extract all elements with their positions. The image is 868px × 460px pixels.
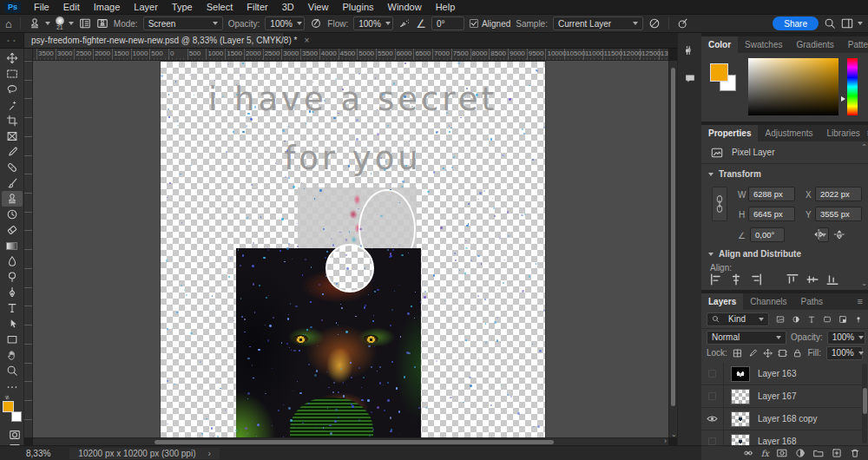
layer-visibility-toggle[interactable] <box>701 385 724 407</box>
tool-move[interactable] <box>2 50 23 66</box>
vscroll-thumb[interactable] <box>671 68 675 406</box>
menu-layer[interactable]: Layer <box>127 0 165 15</box>
new-layer-icon[interactable] <box>832 448 842 458</box>
tool-rectangle[interactable] <box>2 332 23 347</box>
foreground-color-swatch[interactable] <box>3 401 14 412</box>
menu-plugins[interactable]: Plugins <box>335 0 380 15</box>
canvas-pasteboard[interactable]: i have a secret for you <box>33 61 668 437</box>
home-icon[interactable]: ⌂ <box>5 18 12 30</box>
filter-adjustment-layers-icon[interactable] <box>792 313 800 325</box>
ruler-corner[interactable] <box>24 49 33 61</box>
transform-section-header[interactable]: Transform <box>708 169 761 179</box>
filter-type-layers-icon[interactable] <box>807 313 816 325</box>
new-group-folder-icon[interactable] <box>813 448 824 458</box>
tab-adjustments[interactable]: Adjustments <box>758 125 819 141</box>
menu-help[interactable]: Help <box>429 0 463 15</box>
add-layer-mask-icon[interactable] <box>777 448 787 458</box>
width-field[interactable]: 6288 px <box>748 187 795 201</box>
properties-scrollbar[interactable]: ⌃ ⌄ <box>860 143 867 287</box>
flow-select[interactable]: 100% <box>353 16 393 30</box>
tab-gradients[interactable]: Gradients <box>789 36 840 53</box>
flip-horizontal-icon[interactable] <box>812 228 825 240</box>
sample-select[interactable]: Current Layer <box>553 16 643 30</box>
tool-pen[interactable] <box>2 285 23 300</box>
tool-eyedropper[interactable] <box>2 144 23 160</box>
align-horizontal-centers-icon[interactable] <box>730 273 742 286</box>
menu-edit[interactable]: Edit <box>56 0 87 15</box>
delete-layer-trash-icon[interactable] <box>850 448 860 458</box>
align-right-edges-icon[interactable] <box>750 273 762 286</box>
document-info[interactable]: 10200 px x 10200 px (300 ppi) › <box>69 448 219 459</box>
layer-row[interactable]: Layer 163 <box>701 363 863 385</box>
tool-gradient[interactable] <box>2 238 23 253</box>
tool-lasso[interactable] <box>2 82 23 97</box>
aligned-checkbox[interactable]: Aligned <box>470 19 510 29</box>
opacity-select[interactable]: 100% <box>265 16 305 30</box>
lock-artboard-icon[interactable] <box>778 347 787 359</box>
tool-hand[interactable] <box>2 347 23 363</box>
flip-vertical-icon[interactable] <box>833 228 845 240</box>
scroll-right-arrow[interactable]: › <box>664 437 667 445</box>
tool-blur[interactable] <box>2 253 23 269</box>
vertical-ruler[interactable] <box>24 61 33 437</box>
layers-scroll-thumb[interactable] <box>863 388 867 414</box>
horizontal-scrollbar[interactable]: › <box>33 437 668 445</box>
lock-transparent-pixels-icon[interactable] <box>733 347 742 359</box>
layer-row[interactable]: Layer 168 <box>701 430 863 445</box>
new-adjustment-layer-icon[interactable] <box>795 448 806 458</box>
tool-eraser[interactable] <box>2 222 23 238</box>
layer-visibility-toggle[interactable] <box>701 408 724 430</box>
panel-menu-icon[interactable]: ≡ <box>858 293 868 310</box>
layer-row[interactable]: Layer 167 <box>701 385 863 408</box>
link-dimensions-icon[interactable] <box>712 187 727 221</box>
height-field[interactable]: 6645 px <box>748 207 795 221</box>
menu-filter[interactable]: Filter <box>240 0 274 15</box>
vertical-scrollbar[interactable]: ⌄ <box>668 61 677 437</box>
layers-scrollbar[interactable]: ⌄ <box>862 364 867 444</box>
filter-kind-select[interactable]: Kind <box>707 312 769 326</box>
mode-select[interactable]: Screen <box>143 16 223 30</box>
menu-3d[interactable]: 3D <box>275 0 301 15</box>
tool-quick-selection[interactable] <box>2 97 23 113</box>
tab-layers[interactable]: Layers <box>701 293 743 310</box>
tab-color[interactable]: Color <box>701 36 738 53</box>
tool-zoom[interactable] <box>2 363 23 378</box>
align-vertical-centers-icon[interactable] <box>806 273 819 286</box>
align-bottom-edges-icon[interactable] <box>826 273 838 286</box>
link-layers-icon[interactable] <box>743 448 753 458</box>
filter-pin-icon[interactable] <box>854 313 863 325</box>
background-color-swatch[interactable] <box>11 411 22 422</box>
pressure-opacity-icon[interactable] <box>310 17 322 30</box>
tab-properties[interactable]: Properties <box>701 125 758 141</box>
layer-row[interactable]: Layer 168 copy <box>701 408 863 430</box>
close-tab-icon[interactable]: × <box>304 36 309 45</box>
tool-brush[interactable] <box>2 175 23 191</box>
tab-patterns[interactable]: Patterns <box>841 36 868 53</box>
share-button[interactable]: Share <box>773 16 819 30</box>
tool-path-selection[interactable] <box>2 316 23 332</box>
tool-history-brush[interactable] <box>2 207 23 222</box>
lock-position-icon[interactable] <box>763 347 773 359</box>
toggle-brush-settings-icon[interactable] <box>79 17 91 30</box>
toggle-clone-source-icon[interactable] <box>96 17 108 30</box>
foreground-color-swatch[interactable] <box>710 63 728 82</box>
edit-toolbar-ellipsis[interactable] <box>0 379 24 395</box>
current-tool-preset[interactable] <box>29 17 50 30</box>
lock-image-pixels-icon[interactable] <box>747 347 757 359</box>
horizontal-ruler[interactable]: 3500300025002000150010005000500100015002… <box>33 49 668 61</box>
tool-clone-stamp[interactable] <box>2 191 23 207</box>
tool-type[interactable] <box>2 300 23 316</box>
scroll-up-arrow[interactable]: ⌃ <box>861 143 867 151</box>
hue-slider[interactable] <box>847 58 858 115</box>
menu-select[interactable]: Select <box>200 0 240 15</box>
scroll-down-arrow[interactable]: ⌄ <box>671 430 677 438</box>
lock-all-icon[interactable] <box>792 347 802 359</box>
collapsed-comments-panel-icon[interactable] <box>678 68 702 89</box>
layer-visibility-toggle[interactable] <box>701 363 724 384</box>
document-tab[interactable]: psy-freedom-fighter-new-new-new.psd @ 8,… <box>24 33 285 48</box>
search-icon[interactable] <box>824 17 836 30</box>
x-field[interactable]: 2022 px <box>815 187 862 201</box>
blend-mode-select[interactable]: Normal <box>707 331 786 345</box>
align-left-edges-icon[interactable] <box>710 273 722 286</box>
zoom-level-field[interactable]: 8,33% <box>26 449 50 458</box>
